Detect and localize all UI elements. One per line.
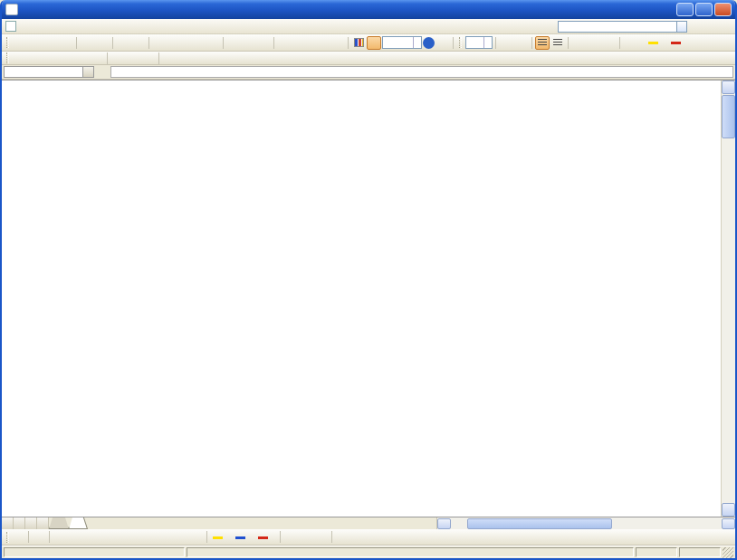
diagram-icon[interactable]: [158, 530, 173, 544]
insert-hyperlink-icon[interactable]: [277, 36, 292, 50]
review-accept-icon[interactable]: [110, 52, 125, 63]
underline-button[interactable]: [514, 36, 529, 50]
type-a-question-input[interactable]: [558, 21, 677, 33]
oval-tool-icon[interactable]: [112, 530, 127, 544]
line-style-icon[interactable]: [283, 530, 298, 544]
align-center-button[interactable]: [550, 36, 565, 50]
dash-style-icon[interactable]: [299, 530, 313, 544]
formula-input[interactable]: [110, 66, 733, 78]
sort-ascending-icon[interactable]: [315, 36, 330, 50]
select-objects-icon[interactable]: [32, 530, 46, 544]
paste-icon[interactable]: [183, 36, 197, 50]
cut-icon[interactable]: [152, 36, 167, 50]
decrease-decimal-icon[interactable]: [602, 36, 617, 50]
menu-format[interactable]: [71, 25, 83, 27]
line-tool-icon[interactable]: [66, 530, 81, 544]
line-color-icon[interactable]: [233, 530, 247, 544]
menu-file[interactable]: [20, 25, 33, 27]
drawing-toggle-icon[interactable]: [367, 36, 381, 50]
print-preview-icon[interactable]: [95, 36, 110, 50]
open-icon[interactable]: [28, 36, 43, 50]
bold-button[interactable]: [499, 36, 513, 50]
save-icon[interactable]: [43, 36, 58, 50]
shadow-style-icon[interactable]: [335, 530, 349, 544]
toolbar-grip[interactable]: [6, 52, 9, 63]
first-sheet-icon[interactable]: [2, 517, 14, 529]
menu-help[interactable]: [121, 25, 134, 27]
next-sheet-icon[interactable]: [25, 517, 37, 529]
zoom-dropdown-icon[interactable]: [413, 37, 419, 48]
toolbar-grip[interactable]: [459, 37, 462, 48]
question-dropdown-icon[interactable]: [677, 21, 687, 33]
fill-color-icon[interactable]: [210, 530, 225, 544]
permission-icon[interactable]: [59, 36, 73, 50]
name-box-dropdown-icon[interactable]: [83, 66, 94, 78]
workbook-restore-button[interactable]: [705, 21, 718, 32]
rectangle-tool-icon[interactable]: [97, 530, 111, 544]
vertical-scroll-thumb[interactable]: [722, 95, 735, 138]
review-previous-icon[interactable]: [28, 52, 43, 63]
review-folder-icon[interactable]: [13, 52, 27, 63]
review-send-icon[interactable]: [141, 52, 156, 63]
prev-sheet-icon[interactable]: [14, 517, 25, 529]
3d-style-icon[interactable]: [350, 530, 365, 544]
align-left-button[interactable]: [535, 36, 550, 50]
menu-tools[interactable]: [83, 25, 96, 27]
toolbar-grip[interactable]: [6, 37, 9, 48]
borders-icon[interactable]: [623, 36, 637, 50]
autosum-icon[interactable]: [292, 36, 307, 50]
review-save-icon[interactable]: [126, 52, 140, 63]
tab-template[interactable]: [49, 517, 69, 529]
arrow-style-icon[interactable]: [314, 530, 329, 544]
scroll-down-icon[interactable]: [722, 503, 735, 517]
wordart-icon[interactable]: [143, 530, 158, 544]
increase-decimal-icon[interactable]: [587, 36, 601, 50]
new-icon[interactable]: [13, 36, 27, 50]
help-icon[interactable]: [423, 37, 435, 49]
minimize-button[interactable]: [676, 3, 694, 16]
toolbar-grip[interactable]: [6, 532, 9, 543]
scroll-left-icon[interactable]: [437, 518, 451, 529]
arrow-tool-icon[interactable]: [81, 530, 96, 544]
spelling-icon[interactable]: [116, 36, 130, 50]
redo-icon[interactable]: [249, 36, 263, 50]
review-next-icon[interactable]: [43, 52, 58, 63]
resize-grip[interactable]: [723, 547, 733, 558]
insert-picture-icon[interactable]: [189, 530, 204, 544]
last-sheet-icon[interactable]: [37, 517, 49, 529]
zoom-select[interactable]: [382, 36, 422, 49]
maximize-button[interactable]: [695, 3, 713, 16]
scroll-right-icon[interactable]: [722, 518, 735, 529]
review-delete-icon[interactable]: [90, 52, 104, 63]
review-comment-icon[interactable]: [59, 52, 73, 63]
font-size-dropdown-icon[interactable]: [483, 37, 490, 48]
comma-style-icon[interactable]: [571, 36, 586, 50]
format-painter-icon[interactable]: [206, 36, 220, 50]
workbook-minimize-button[interactable]: [690, 21, 703, 32]
chart-wizard-icon[interactable]: [351, 36, 366, 50]
copy-icon[interactable]: [168, 36, 182, 50]
scroll-up-icon[interactable]: [722, 81, 735, 94]
menu-data[interactable]: [96, 25, 109, 27]
font-size-select[interactable]: [465, 36, 493, 49]
workbook-icon[interactable]: [5, 21, 16, 32]
horizontal-scrollbar[interactable]: [436, 517, 735, 529]
menu-insert[interactable]: [58, 25, 71, 27]
name-box[interactable]: [4, 66, 83, 78]
text-box-icon[interactable]: [128, 530, 142, 544]
horizontal-scroll-thumb[interactable]: [467, 518, 612, 529]
fill-color-icon[interactable]: [646, 36, 660, 50]
workbook-close-button[interactable]: [721, 21, 733, 32]
menu-view[interactable]: [45, 25, 58, 27]
sort-descending-icon[interactable]: [330, 36, 345, 50]
font-color-icon[interactable]: [668, 36, 683, 50]
menu-edit[interactable]: [33, 25, 45, 27]
close-button[interactable]: [714, 3, 732, 16]
clip-art-icon[interactable]: [174, 530, 188, 544]
research-icon[interactable]: [131, 36, 146, 50]
custom-addin-icon[interactable]: [436, 36, 450, 50]
review-mail-icon[interactable]: [74, 52, 89, 63]
font-color-icon[interactable]: [255, 530, 270, 544]
menu-window[interactable]: [109, 25, 121, 27]
print-icon[interactable]: [80, 36, 94, 50]
